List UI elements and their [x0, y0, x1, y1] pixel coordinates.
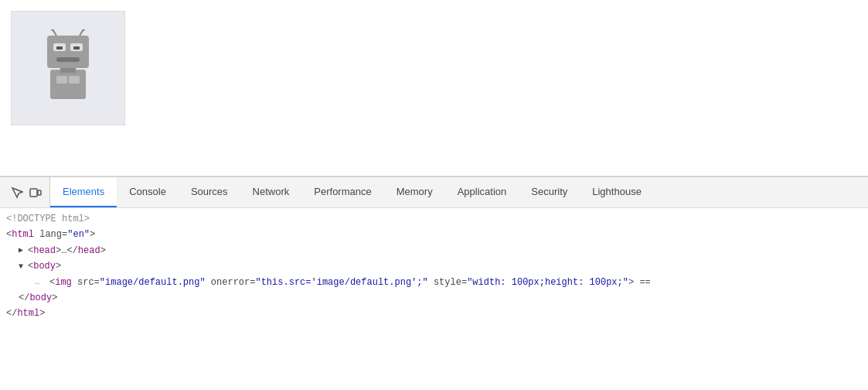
- robot-image: [11, 11, 125, 125]
- devtools-content: <!DOCTYPE html> <html lang="en"> ▶<head>…: [0, 208, 868, 390]
- tab-lighthouse[interactable]: Lighthouse: [580, 177, 654, 207]
- svg-rect-8: [73, 46, 80, 50]
- code-line-html: <html lang="en">: [6, 227, 862, 242]
- devtools-tabs: Elements Console Sources Network Perform…: [50, 177, 865, 207]
- svg-rect-10: [50, 70, 86, 99]
- code-line-head: ▶<head>…</head>: [6, 243, 862, 258]
- page-area: [0, 0, 868, 176]
- code-line-html-close: </html>: [6, 306, 862, 321]
- tab-network[interactable]: Network: [240, 177, 302, 207]
- devtools-toolbar: Elements Console Sources Network Perform…: [0, 177, 868, 208]
- toolbar-icons: [3, 177, 50, 207]
- tab-memory[interactable]: Memory: [384, 177, 445, 207]
- tab-security[interactable]: Security: [519, 177, 580, 207]
- code-line-body-open: ▼<body>: [6, 258, 862, 274]
- svg-rect-12: [56, 76, 67, 84]
- svg-rect-11: [60, 68, 76, 73]
- tab-application[interactable]: Application: [445, 177, 519, 207]
- devtools-panel: Elements Console Sources Network Perform…: [0, 176, 868, 390]
- tab-elements[interactable]: Elements: [50, 177, 117, 207]
- svg-rect-13: [69, 76, 80, 84]
- svg-rect-14: [30, 189, 37, 197]
- code-line-img: … <img src="image/default.png" onerror="…: [6, 275, 862, 290]
- device-toggle-icon[interactable]: [28, 185, 43, 200]
- tab-performance[interactable]: Performance: [301, 177, 383, 207]
- inspect-icon[interactable]: [9, 185, 25, 200]
- svg-rect-9: [56, 57, 80, 62]
- code-line-body-close: </body>: [6, 290, 862, 306]
- robot-svg: [33, 29, 103, 107]
- doctype-text: <!DOCTYPE html>: [6, 211, 90, 227]
- expand-head-arrow[interactable]: ▶: [19, 244, 28, 257]
- svg-rect-15: [38, 190, 41, 195]
- tab-sources[interactable]: Sources: [179, 177, 240, 207]
- collapse-body-arrow[interactable]: ▼: [19, 260, 28, 273]
- svg-rect-7: [56, 46, 63, 50]
- svg-rect-4: [47, 36, 89, 68]
- code-line-doctype: <!DOCTYPE html>: [6, 211, 862, 227]
- tab-console[interactable]: Console: [117, 177, 179, 207]
